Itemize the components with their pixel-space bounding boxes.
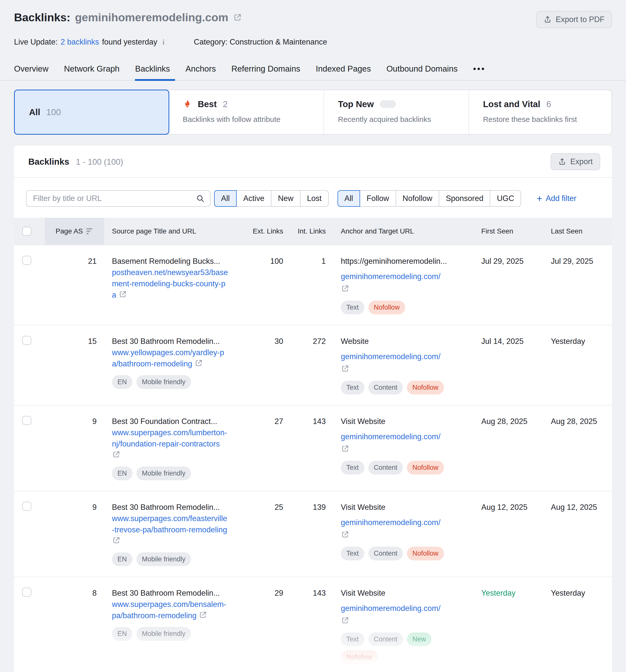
- badge-nofollow: Nofollow: [368, 301, 405, 314]
- external-link-icon[interactable]: [341, 445, 349, 453]
- row-checkbox[interactable]: [22, 502, 31, 511]
- external-link-icon[interactable]: [118, 290, 127, 298]
- external-link-icon[interactable]: [341, 364, 349, 373]
- search-input[interactable]: [26, 190, 211, 207]
- page-as-value: 21: [45, 256, 104, 267]
- follow-filter-all[interactable]: All: [338, 190, 360, 207]
- page-title-label: Backlinks:: [14, 11, 70, 24]
- tab-anchors[interactable]: Anchors: [186, 64, 216, 80]
- add-filter-button[interactable]: + Add filter: [535, 193, 578, 203]
- column-anchor[interactable]: Anchor and Target URL: [337, 218, 480, 245]
- card-all[interactable]: All 100: [14, 90, 169, 135]
- tab-indexed-pages[interactable]: Indexed Pages: [316, 64, 371, 80]
- tab-referring-domains[interactable]: Referring Domains: [231, 64, 300, 80]
- follow-filter-group: AllFollowNofollowSponsoredUGC: [338, 190, 521, 207]
- card-best[interactable]: Best 2 Backlinks with follow attribute: [169, 90, 324, 134]
- column-last-seen[interactable]: Last Seen: [550, 218, 604, 245]
- anchor-badges: TextContentNofollow: [341, 461, 461, 475]
- column-first-seen[interactable]: First Seen: [480, 218, 550, 245]
- export-pdf-button[interactable]: Export to PDF: [536, 11, 612, 28]
- row-checkbox-cell: [22, 502, 45, 514]
- anchor-badges: TextContentNofollow: [341, 547, 461, 560]
- status-filter-new[interactable]: New: [271, 190, 300, 207]
- panel-title: Backlinks: [28, 157, 69, 166]
- column-ext-links[interactable]: Ext. Links: [252, 218, 295, 245]
- external-link-icon[interactable]: [341, 616, 349, 625]
- external-link-icon[interactable]: [233, 13, 242, 22]
- source-url-link[interactable]: www.superpages.com/bensalem-pa/bathroom-…: [112, 600, 226, 620]
- top-new-toggle[interactable]: [380, 100, 396, 108]
- target-url-link[interactable]: geminihomeremodeling.com/: [341, 432, 440, 441]
- external-link-icon[interactable]: [194, 359, 203, 367]
- first-seen-value: Aug 12, 2025: [480, 502, 550, 513]
- follow-filter-sponsored[interactable]: Sponsored: [439, 190, 490, 207]
- live-update-link[interactable]: 2 backlinks: [61, 38, 99, 47]
- live-update-label: Live Update:: [14, 38, 57, 47]
- external-link-icon[interactable]: [341, 530, 349, 539]
- status-filter-all[interactable]: All: [214, 190, 237, 207]
- external-link-icon[interactable]: [341, 284, 349, 293]
- status-filter-active[interactable]: Active: [236, 190, 271, 207]
- target-url-link[interactable]: geminihomeremodeling.com/: [341, 272, 440, 281]
- badge-nofollow: Nofollow: [407, 381, 444, 394]
- info-icon[interactable]: [160, 39, 167, 45]
- tab-bar-divider: [0, 80, 626, 80]
- anchor-badges: TextNofollow: [341, 301, 461, 314]
- source-cell: Best 30 Bathroom Remodelin... www.superp…: [104, 587, 252, 641]
- row-checkbox[interactable]: [22, 336, 31, 345]
- export-button[interactable]: Export: [551, 153, 600, 170]
- badge-nofollow: Nofollow: [407, 547, 444, 560]
- sort-descending-icon[interactable]: [86, 228, 93, 235]
- header-checkbox-cell: [22, 218, 45, 245]
- column-int-links[interactable]: Int. Links: [295, 218, 337, 245]
- target-url-link[interactable]: geminihomeremodeling.com/: [341, 518, 440, 527]
- anchor-text: Visit Website: [341, 502, 480, 513]
- row-checkbox[interactable]: [22, 416, 31, 425]
- select-all-checkbox[interactable]: [22, 227, 31, 236]
- follow-filter-follow[interactable]: Follow: [360, 190, 396, 207]
- badge-en: EN: [112, 466, 133, 480]
- source-cell: Basement Remodeling Bucks... postheaven.…: [104, 256, 252, 301]
- external-link-icon[interactable]: [199, 611, 207, 619]
- source-url-link[interactable]: www.yellowpages.com/yardley-pa/bathroom-…: [112, 348, 224, 368]
- tab-backlinks[interactable]: Backlinks: [135, 64, 170, 80]
- column-source[interactable]: Source page Title and URL: [104, 218, 252, 245]
- status-filter-group: AllActiveNewLost: [214, 190, 329, 207]
- int-links-value: 272: [295, 336, 337, 347]
- source-url-link[interactable]: www.superpages.com/lumberton-nj/foundati…: [112, 428, 227, 448]
- badge-nofollow: Nofollow: [341, 650, 378, 664]
- external-link-icon[interactable]: [112, 536, 120, 545]
- external-link-icon[interactable]: [112, 450, 120, 459]
- card-top-new[interactable]: Top New Recently acquired backlinks: [324, 90, 469, 134]
- badge-text: Text: [341, 381, 364, 394]
- anchor-text: Visit Website: [341, 587, 480, 599]
- tab-network-graph[interactable]: Network Graph: [64, 64, 120, 80]
- plus-icon: +: [537, 194, 542, 203]
- target-url-link[interactable]: geminihomeremodeling.com/: [341, 352, 440, 361]
- row-checkbox[interactable]: [22, 587, 31, 597]
- row-checkbox-cell: [22, 336, 45, 348]
- row-checkbox[interactable]: [22, 256, 31, 265]
- column-page-as[interactable]: Page AS: [45, 218, 104, 245]
- search-icon[interactable]: [196, 194, 205, 203]
- source-badges: ENMobile friendly: [112, 375, 232, 389]
- source-title: Basement Remodeling Bucks...: [112, 256, 252, 267]
- source-cell: Best 30 Bathroom Remodelin... www.superp…: [104, 502, 252, 566]
- badge-content: Content: [368, 632, 403, 646]
- table-header: Page AS Source page Title and URL Ext. L…: [14, 218, 612, 245]
- target-url-link[interactable]: geminihomeremodeling.com/: [341, 604, 440, 613]
- badge-content: Content: [368, 381, 403, 394]
- first-seen-value: Jul 29, 2025: [480, 256, 550, 267]
- tabs-more-button[interactable]: •••: [473, 64, 486, 80]
- anchor-cell: Visit Website geminihomeremodeling.com/ …: [337, 416, 480, 475]
- badge-content: Content: [368, 547, 403, 560]
- upload-icon: [543, 16, 552, 24]
- follow-filter-nofollow[interactable]: Nofollow: [396, 190, 439, 207]
- follow-filter-ugc[interactable]: UGC: [490, 190, 521, 207]
- tab-outbound-domains[interactable]: Outbound Domains: [386, 64, 458, 80]
- source-url-link[interactable]: www.superpages.com/feasterville-trevose-…: [112, 514, 227, 534]
- source-url-link[interactable]: postheaven.net/newsyear53/basement-remod…: [112, 268, 228, 299]
- tab-overview[interactable]: Overview: [14, 64, 49, 80]
- card-lost-vital[interactable]: Lost and Vital 6 Restore these backlinks…: [469, 90, 610, 134]
- status-filter-lost[interactable]: Lost: [300, 190, 329, 207]
